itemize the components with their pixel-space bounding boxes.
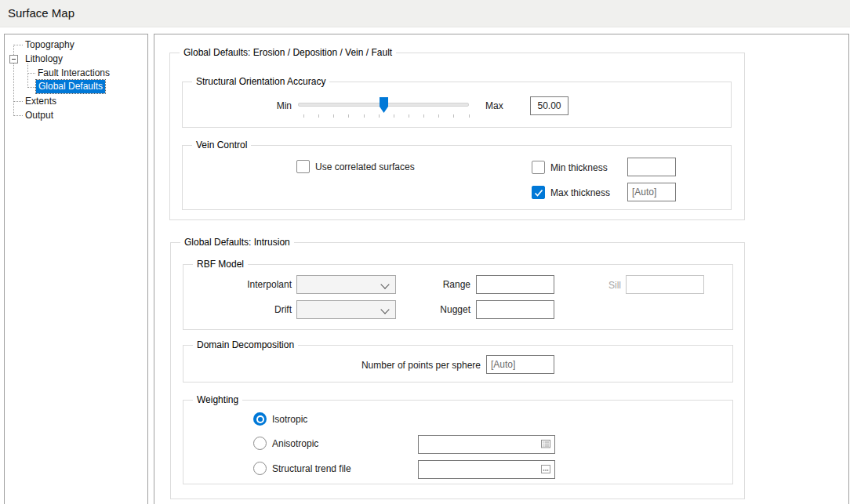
group-orientation-title: Structural Orientation Accuracy: [192, 76, 329, 88]
structural-trend-input[interactable]: [418, 460, 555, 479]
anisotropic-input[interactable]: [418, 435, 555, 454]
surface-map-dialog: Surface Map Topography Lithology Fault I…: [0, 0, 850, 504]
tree-connector: [28, 87, 35, 88]
anisotropic-radio[interactable]: [253, 437, 267, 450]
group-domain-title: Domain Decomposition: [193, 339, 298, 351]
collapse-minus-icon[interactable]: [9, 55, 18, 63]
nav-tree: Topography Lithology Fault Interactions …: [4, 34, 148, 504]
interpolant-label: Interpolant: [198, 278, 292, 291]
max-thickness-input[interactable]: [627, 183, 676, 201]
group-rbf-title: RBF Model: [193, 259, 248, 270]
nugget-label: Nugget: [392, 303, 470, 316]
chevron-down-icon: [380, 305, 389, 314]
tree-connector: [14, 45, 23, 45]
tree-item-lithology[interactable]: Lithology: [25, 53, 63, 65]
structural-trend-label: Structural trend file: [272, 462, 351, 475]
tree-item-extents[interactable]: Extents: [25, 95, 56, 107]
group-intrusion-title: Global Defaults: Intrusion: [180, 237, 294, 248]
interpolant-select[interactable]: [296, 275, 396, 294]
slider-min-label: Min: [243, 100, 292, 112]
tree-connector: [14, 101, 23, 102]
range-input[interactable]: [476, 275, 554, 294]
min-thickness-label: Min thickness: [550, 161, 608, 174]
title-bar: Surface Map: [0, 0, 850, 27]
tree-item-topography[interactable]: Topography: [25, 38, 74, 51]
sill-input[interactable]: [626, 275, 704, 294]
drift-label: Drift: [198, 303, 292, 316]
nugget-input[interactable]: [476, 300, 554, 319]
tree-connector: [14, 115, 23, 116]
sill-label: Sill: [574, 279, 621, 292]
tree-connector: [28, 73, 35, 74]
group-erosion-title: Global Defaults: Erosion / Deposition / …: [180, 47, 396, 59]
tree-item-fault-interactions[interactable]: Fault Interactions: [38, 67, 110, 79]
group-weighting-title: Weighting: [193, 394, 242, 406]
max-thickness-checkbox[interactable]: [532, 186, 545, 199]
orientation-slider-ticks: [303, 114, 470, 118]
structural-trend-radio[interactable]: [253, 462, 267, 475]
group-vein-title: Vein Control: [192, 140, 251, 151]
points-per-sphere-label: Number of points per sphere: [298, 359, 481, 372]
isotropic-radio[interactable]: [253, 412, 267, 426]
drift-select[interactable]: [296, 300, 396, 319]
orientation-value-input[interactable]: [530, 96, 568, 115]
max-thickness-label: Max thickness: [550, 187, 610, 199]
points-per-sphere-input[interactable]: [486, 355, 554, 374]
structural-trend-field: [418, 460, 555, 479]
slider-max-label: Max: [485, 100, 503, 112]
tree-item-global-defaults-selected[interactable]: Global Defaults: [36, 80, 105, 93]
group-rbf-model: RBF Model: [183, 264, 733, 330]
chevron-down-icon: [380, 280, 389, 288]
use-correlated-checkbox[interactable]: [296, 160, 310, 173]
anisotropic-label: Anisotropic: [272, 437, 318, 450]
browse-ellipsis-icon[interactable]: [538, 462, 554, 477]
isotropic-label: Isotropic: [272, 413, 307, 426]
page-title: Surface Map: [8, 0, 74, 27]
min-thickness-input[interactable]: [627, 158, 676, 176]
min-thickness-checkbox[interactable]: [532, 161, 545, 174]
tree-connector: [27, 63, 28, 88]
range-label: Range: [392, 278, 470, 291]
checkmark-icon: [534, 189, 543, 198]
list-picker-icon[interactable]: [538, 437, 554, 451]
tree-item-output[interactable]: Output: [25, 109, 53, 121]
use-correlated-label: Use correlated surfaces: [315, 161, 415, 173]
anisotropic-field: [418, 435, 555, 454]
